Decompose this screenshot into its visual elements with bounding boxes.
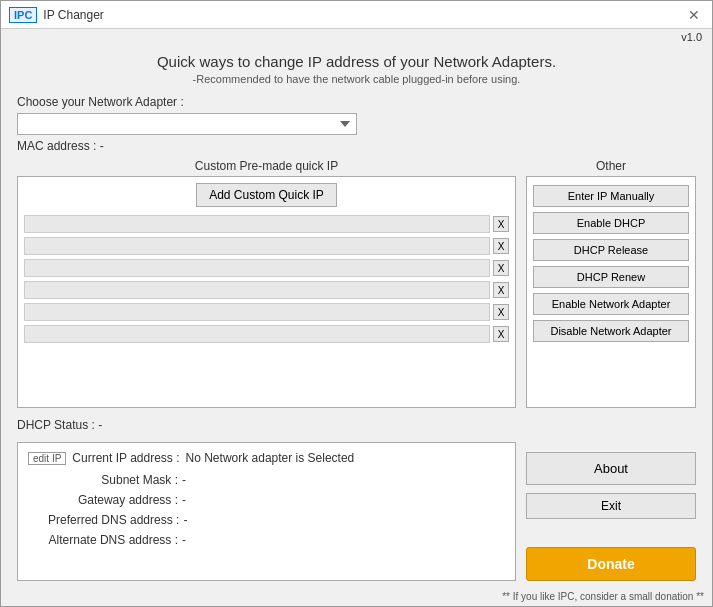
mac-label: MAC address : [17, 139, 96, 153]
gateway-value: - [182, 493, 186, 507]
current-ip-label: Current IP address : [72, 451, 179, 465]
ip-row-6: X [24, 325, 509, 343]
dhcp-renew-button[interactable]: DHCP Renew [533, 266, 689, 288]
info-box-header: edit IP Current IP address : No Network … [28, 451, 505, 465]
ip-input-5[interactable] [24, 303, 490, 321]
ip-remove-btn-2[interactable]: X [493, 238, 509, 254]
ip-input-1[interactable] [24, 215, 490, 233]
app-icon: IPC [9, 7, 37, 23]
ip-remove-btn-6[interactable]: X [493, 326, 509, 342]
ip-input-2[interactable] [24, 237, 490, 255]
main-window: IPC IP Changer ✕ v1.0 Quick ways to chan… [0, 0, 713, 607]
ip-row-2: X [24, 237, 509, 255]
ip-input-4[interactable] [24, 281, 490, 299]
subnet-mask-row: Subnet Mask : - [28, 473, 505, 487]
alternate-dns-value: - [182, 533, 186, 547]
app-title: IP Changer [43, 8, 104, 22]
subtitle: -Recommended to have the network cable p… [17, 73, 696, 85]
preferred-dns-label: Preferred DNS address : [48, 513, 179, 527]
ip-row-3: X [24, 259, 509, 277]
right-panel: Other Enter IP Manually Enable DHCP DHCP… [526, 159, 696, 408]
info-box: edit IP Current IP address : No Network … [17, 442, 516, 581]
about-button[interactable]: About [526, 452, 696, 485]
main-content: Quick ways to change IP address of your … [1, 45, 712, 589]
ip-row-5: X [24, 303, 509, 321]
subnet-mask-label: Subnet Mask : [48, 473, 178, 487]
main-title: Quick ways to change IP address of your … [17, 53, 696, 70]
donate-button[interactable]: Donate [526, 547, 696, 581]
ip-input-3[interactable] [24, 259, 490, 277]
right-panel-box: Enter IP Manually Enable DHCP DHCP Relea… [526, 176, 696, 408]
dhcp-status-value: - [98, 418, 102, 432]
ip-row-4: X [24, 281, 509, 299]
ip-input-6[interactable] [24, 325, 490, 343]
footer-note: ** If you like IPC, consider a small don… [1, 589, 712, 606]
version-label: v1.0 [1, 29, 712, 45]
dhcp-status: DHCP Status : - [17, 418, 696, 432]
adapter-section: Choose your Network Adapter : MAC addres… [17, 95, 696, 153]
ip-remove-btn-5[interactable]: X [493, 304, 509, 320]
preferred-dns-value: - [183, 513, 187, 527]
bottom-section: edit IP Current IP address : No Network … [17, 442, 696, 581]
left-panel-title: Custom Pre-made quick IP [17, 159, 516, 173]
subnet-mask-value: - [182, 473, 186, 487]
gateway-row: Gateway address : - [28, 493, 505, 507]
title-bar-left: IPC IP Changer [9, 7, 104, 23]
enable-network-adapter-button[interactable]: Enable Network Adapter [533, 293, 689, 315]
ip-remove-btn-4[interactable]: X [493, 282, 509, 298]
dhcp-release-button[interactable]: DHCP Release [533, 239, 689, 261]
ip-remove-btn-3[interactable]: X [493, 260, 509, 276]
add-custom-quick-ip-button[interactable]: Add Custom Quick IP [196, 183, 337, 207]
network-adapter-select[interactable] [17, 113, 357, 135]
left-panel: Custom Pre-made quick IP Add Custom Quic… [17, 159, 516, 408]
dhcp-status-label: DHCP Status : [17, 418, 95, 432]
adapter-label: Choose your Network Adapter : [17, 95, 696, 109]
ip-remove-btn-1[interactable]: X [493, 216, 509, 232]
header-section: Quick ways to change IP address of your … [17, 53, 696, 85]
right-bottom-area: About Exit Donate [526, 442, 696, 581]
enter-ip-manually-button[interactable]: Enter IP Manually [533, 185, 689, 207]
middle-section: Custom Pre-made quick IP Add Custom Quic… [17, 159, 696, 408]
disable-network-adapter-button[interactable]: Disable Network Adapter [533, 320, 689, 342]
alternate-dns-row: Alternate DNS address : - [28, 533, 505, 547]
exit-button[interactable]: Exit [526, 493, 696, 519]
mac-value: - [100, 139, 104, 153]
ip-row-1: X [24, 215, 509, 233]
left-panel-box: Add Custom Quick IP X X X [17, 176, 516, 408]
mac-address: MAC address : - [17, 139, 696, 153]
title-bar: IPC IP Changer ✕ [1, 1, 712, 29]
current-ip-value: No Network adapter is Selected [186, 451, 355, 465]
right-panel-title: Other [526, 159, 696, 173]
gateway-label: Gateway address : [48, 493, 178, 507]
enable-dhcp-button[interactable]: Enable DHCP [533, 212, 689, 234]
alternate-dns-label: Alternate DNS address : [48, 533, 178, 547]
preferred-dns-row: Preferred DNS address : - [28, 513, 505, 527]
edit-ip-badge: edit IP [28, 452, 66, 465]
close-button[interactable]: ✕ [684, 7, 704, 23]
